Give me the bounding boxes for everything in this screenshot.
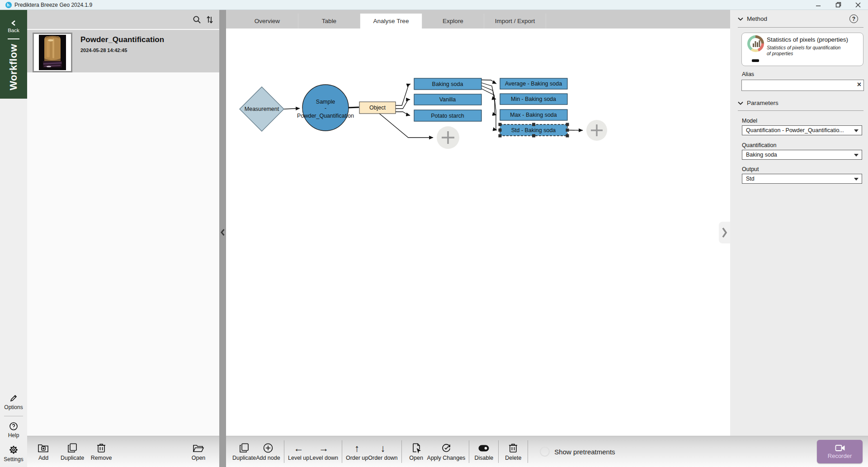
node-class-vanilla[interactable]: Vanilla	[414, 94, 481, 105]
open-workflow-button[interactable]: Open	[188, 443, 209, 461]
powder-bag-image	[35, 35, 70, 70]
titlebar: b. Prediktera Breeze Geo 2024.1.9	[0, 0, 868, 10]
delete-button[interactable]: Delete	[502, 443, 524, 461]
node-class-label: Baking soda	[432, 81, 463, 87]
duplicate-node-button[interactable]: Duplicate	[232, 443, 256, 461]
node-class-potato-starch[interactable]: Potato starch	[414, 110, 481, 121]
model-label: Model	[742, 118, 757, 124]
parameters-section-header[interactable]: Parameters	[738, 100, 858, 106]
back-button[interactable]: Back	[8, 20, 19, 33]
folder-add-icon	[38, 443, 49, 453]
tab-import-export[interactable]: Import / Export	[484, 14, 546, 29]
show-pretreatments-toggle[interactable]: Show pretreatments	[540, 447, 615, 457]
level-up-button[interactable]: ← Level up	[288, 443, 310, 461]
disable-label: Disable	[475, 455, 494, 461]
sort-icon[interactable]	[206, 15, 214, 24]
node-stat-average[interactable]: Average - Baking soda	[500, 78, 567, 89]
toolbar-separator	[528, 440, 528, 463]
tab-overview[interactable]: Overview	[236, 14, 298, 29]
workflow-diagram: Measurement Sample - Powder_Quantificati…	[226, 29, 730, 255]
search-icon[interactable]	[193, 15, 201, 24]
toggle-icon	[478, 443, 490, 453]
order-down-button[interactable]: ↓ Order down	[368, 443, 397, 461]
toolbar-separator	[469, 440, 469, 463]
node-stat-std-selected[interactable]: Std - Baking soda	[499, 123, 569, 138]
tab-table[interactable]: Table	[298, 14, 360, 29]
restore-icon	[835, 2, 841, 8]
method-card[interactable]: Statistics of pixels (properties) Statis…	[741, 33, 863, 66]
refresh-icon	[441, 443, 452, 453]
method-panel: Method ? Statistics of pixels (propertie…	[730, 10, 868, 436]
output-dropdown[interactable]: Std	[742, 174, 862, 184]
tab-analyse-tree[interactable]: Analyse Tree	[360, 14, 422, 29]
node-stat-max[interactable]: Max - Baking soda	[500, 110, 567, 120]
help-button[interactable]: Help	[8, 422, 19, 438]
order-down-label: Order down	[368, 455, 397, 461]
edge-baking-average	[481, 80, 496, 84]
method-section-header[interactable]: Method ?	[738, 14, 858, 23]
quantification-dropdown[interactable]: Baking soda	[742, 150, 862, 160]
open-label: Open	[192, 455, 206, 461]
duplicate-icon	[67, 443, 78, 453]
add-button[interactable]: Add	[33, 443, 54, 461]
close-button[interactable]	[848, 0, 868, 10]
add-node-button[interactable]: Add node	[256, 443, 280, 461]
trash-icon	[96, 443, 106, 453]
add-node-placeholder-2[interactable]	[586, 120, 607, 141]
circle-plus-icon	[263, 443, 274, 453]
node-object[interactable]: Object	[359, 102, 396, 114]
node-class-baking-soda[interactable]: Baking soda	[414, 78, 481, 90]
quantification-value: Baking soda	[746, 152, 777, 158]
options-button[interactable]: Options	[4, 394, 23, 410]
sidebar-divider	[8, 38, 19, 39]
caret-down-icon	[854, 178, 859, 181]
open-node-button[interactable]: Open	[406, 443, 427, 461]
edge-std-add	[567, 130, 583, 131]
arrow-right-icon: →	[319, 443, 329, 453]
window-title: Prediktera Breeze Geo 2024.1.9	[14, 2, 92, 8]
arrow-up-icon: ↑	[354, 443, 359, 453]
item-thumbnail	[33, 33, 72, 72]
collapse-left-icon[interactable]	[220, 229, 225, 236]
clear-alias-icon[interactable]: ×	[857, 81, 861, 89]
restore-button[interactable]	[828, 0, 848, 10]
disable-button[interactable]: Disable	[473, 443, 495, 461]
alias-field-wrap: ×	[741, 80, 864, 91]
alias-input[interactable]	[741, 80, 864, 91]
add-node-placeholder-1[interactable]	[437, 126, 459, 149]
minimize-button[interactable]	[808, 0, 828, 10]
toolbar-separator	[498, 440, 499, 463]
method-divider	[738, 27, 863, 28]
open-node-label: Open	[409, 455, 423, 461]
settings-button[interactable]: Settings	[4, 445, 23, 462]
analyse-tree-canvas[interactable]: Measurement Sample - Powder_Quantificati…	[226, 29, 730, 436]
edge-sample-object	[347, 107, 359, 108]
arrow-left-icon: ←	[294, 443, 304, 453]
duplicate-button[interactable]: Duplicate	[61, 443, 84, 461]
apply-changes-button[interactable]: Apply Changes	[427, 443, 466, 461]
caret-down-icon	[854, 154, 859, 157]
chevron-right-icon	[722, 227, 727, 238]
node-measurement[interactable]: Measurement	[240, 87, 284, 131]
panel-splitter[interactable]	[219, 10, 226, 467]
duplicate-label: Duplicate	[61, 455, 84, 461]
folder-open-icon	[193, 443, 204, 453]
node-stat-label: Min - Baking soda	[511, 96, 556, 102]
toolbar-separator	[342, 440, 342, 463]
order-up-button[interactable]: ↑ Order up	[346, 443, 368, 461]
workflow-list-item-selected[interactable]: Powder_Quantification 2024-05-28 14:42:4…	[27, 30, 219, 72]
level-down-button[interactable]: → Level down	[310, 443, 338, 461]
list-actions-toolbar: Add Duplicate Remove Open	[27, 436, 219, 467]
collapse-right-panel-button[interactable]	[719, 222, 730, 243]
apply-changes-label: Apply Changes	[427, 455, 466, 461]
method-help-icon[interactable]: ?	[849, 14, 858, 23]
method-card-subtitle-line2: of properties	[767, 51, 840, 57]
tab-explore[interactable]: Explore	[422, 14, 484, 29]
node-sample[interactable]: Sample - Powder_Quantification	[297, 85, 354, 131]
parameters-divider	[738, 110, 863, 111]
remove-button[interactable]: Remove	[90, 443, 112, 461]
pencil-icon	[9, 394, 18, 403]
node-stat-min[interactable]: Min - Baking soda	[500, 94, 567, 105]
model-dropdown[interactable]: Quantification - Powder_Quantificatio...	[742, 125, 862, 135]
recorder-button[interactable]: Recorder	[817, 440, 863, 463]
